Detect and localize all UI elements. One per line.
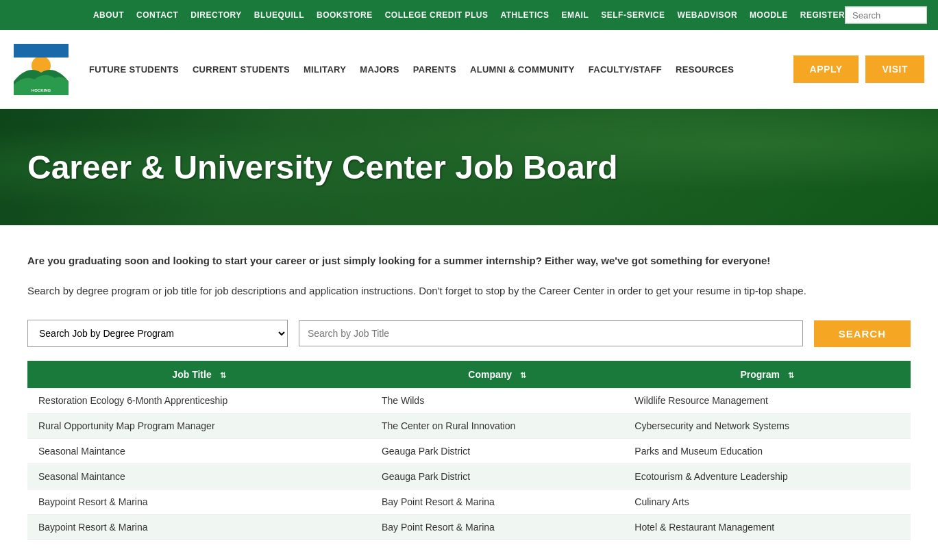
- table-row: Seasonal MaintanceGeauga Park DistrictPa…: [27, 439, 911, 464]
- program-column-header[interactable]: Program ⇅: [624, 361, 911, 388]
- program-cell: Wildlife Resource Management: [624, 388, 911, 413]
- job-title-cell: Rural Opportunity Map Program Manager: [27, 413, 371, 439]
- degree-program-select[interactable]: Search Job by Degree Program: [27, 320, 288, 347]
- program-col-label: Program: [740, 369, 780, 380]
- main-nav-links: FUTURE STUDENTSCURRENT STUDENTSMILITARYM…: [89, 64, 780, 75]
- top-nav-link-college-credit-plus[interactable]: COLLEGE CREDIT PLUS: [385, 10, 489, 20]
- top-nav-link-contact[interactable]: CONTACT: [136, 10, 178, 20]
- top-nav-link-email[interactable]: EMAIL: [561, 10, 589, 20]
- program-sort-icon: ⇅: [788, 371, 794, 380]
- company-cell: The Center on Rural Innovation: [371, 413, 624, 439]
- hocking-college-logo: HOCKING: [14, 44, 69, 95]
- table-row: Baypoint Resort & MarinaBay Point Resort…: [27, 515, 911, 540]
- job-title-cell: Seasonal Maintance: [27, 439, 371, 464]
- jobs-table: Job Title ⇅ Company ⇅ Program ⇅ Restorat…: [27, 361, 911, 540]
- company-cell: The Wilds: [371, 388, 624, 413]
- main-nav-link-majors[interactable]: MAJORS: [360, 64, 399, 75]
- top-search-input[interactable]: [845, 7, 927, 24]
- logo-area: HOCKING: [14, 44, 69, 95]
- table-header: Job Title ⇅ Company ⇅ Program ⇅: [27, 361, 911, 388]
- company-col-label: Company: [468, 369, 512, 380]
- program-cell: Cybersecurity and Network Systems: [624, 413, 911, 439]
- main-content: Are you graduating soon and looking to s…: [0, 225, 938, 554]
- company-column-header[interactable]: Company ⇅: [371, 361, 624, 388]
- svg-text:HOCKING: HOCKING: [32, 88, 51, 92]
- hero-title: Career & University Center Job Board: [27, 149, 618, 186]
- program-cell: Hotel & Restaurant Management: [624, 515, 911, 540]
- program-cell: Culinary Arts: [624, 489, 911, 515]
- search-button[interactable]: SEARCH: [814, 320, 911, 347]
- main-nav-link-alumni-community[interactable]: ALUMNI & COMMUNITY: [470, 64, 575, 75]
- top-nav-link-register[interactable]: REGISTER: [800, 10, 845, 20]
- top-nav-link-bookstore[interactable]: BOOKSTORE: [317, 10, 373, 20]
- company-cell: Geauga Park District: [371, 464, 624, 489]
- table-row: Seasonal MaintanceGeauga Park DistrictEc…: [27, 464, 911, 489]
- job-title-cell: Baypoint Resort & Marina: [27, 515, 371, 540]
- apply-button[interactable]: APPLY: [793, 55, 859, 83]
- main-nav-link-resources[interactable]: RESOURCES: [676, 64, 734, 75]
- main-nav-link-parents[interactable]: PARENTS: [413, 64, 456, 75]
- job-title-cell: Baypoint Resort & Marina: [27, 489, 371, 515]
- program-cell: Parks and Museum Education: [624, 439, 911, 464]
- program-cell: Ecotourism & Adventure Leadership: [624, 464, 911, 489]
- main-nav-link-future-students[interactable]: FUTURE STUDENTS: [89, 64, 179, 75]
- hero-section: Career & University Center Job Board: [0, 109, 938, 225]
- company-sort-icon: ⇅: [520, 371, 526, 380]
- company-cell: Bay Point Resort & Marina: [371, 515, 624, 540]
- svg-rect-1: [14, 44, 69, 58]
- company-cell: Geauga Park District: [371, 439, 624, 464]
- job-title-cell: Restoration Ecology 6-Month Apprenticesh…: [27, 388, 371, 413]
- top-nav-link-about[interactable]: ABOUT: [93, 10, 124, 20]
- intro-bold-text: Are you graduating soon and looking to s…: [27, 253, 911, 269]
- top-nav-links: ABOUTCONTACTDIRECTORYBLUEQUILLBOOKSTOREC…: [93, 10, 845, 20]
- main-nav-link-current-students[interactable]: CURRENT STUDENTS: [193, 64, 290, 75]
- main-nav-link-faculty-staff[interactable]: FACULTY/STAFF: [589, 64, 662, 75]
- table-row: Restoration Ecology 6-Month Apprenticesh…: [27, 388, 911, 413]
- top-nav-link-bluequill[interactable]: BLUEQUILL: [254, 10, 304, 20]
- top-nav-link-athletics[interactable]: ATHLETICS: [500, 10, 549, 20]
- main-nav-link-military[interactable]: MILITARY: [304, 64, 346, 75]
- top-nav-link-webadvisor[interactable]: WEBADVISOR: [677, 10, 737, 20]
- job-title-column-header[interactable]: Job Title ⇅: [27, 361, 371, 388]
- job-title-col-label: Job Title: [172, 369, 211, 380]
- top-nav-link-directory[interactable]: DIRECTORY: [190, 10, 242, 20]
- top-nav-link-self-service[interactable]: SELF-SERVICE: [601, 10, 665, 20]
- main-navigation: HOCKING FUTURE STUDENTSCURRENT STUDENTSM…: [0, 30, 938, 109]
- intro-text: Search by degree program or job title fo…: [27, 283, 911, 299]
- table-row: Rural Opportunity Map Program ManagerThe…: [27, 413, 911, 439]
- nav-cta-buttons: APPLY VISIT: [793, 55, 924, 83]
- search-row: Search Job by Degree Program SEARCH: [27, 320, 911, 347]
- job-title-cell: Seasonal Maintance: [27, 464, 371, 489]
- top-nav-link-moodle[interactable]: MOODLE: [750, 10, 788, 20]
- company-cell: Bay Point Resort & Marina: [371, 489, 624, 515]
- table-body: Restoration Ecology 6-Month Apprenticesh…: [27, 388, 911, 540]
- job-title-search-input[interactable]: [299, 320, 803, 346]
- visit-button[interactable]: VISIT: [865, 55, 924, 83]
- top-navigation: ABOUTCONTACTDIRECTORYBLUEQUILLBOOKSTOREC…: [0, 0, 938, 30]
- table-row: Baypoint Resort & MarinaBay Point Resort…: [27, 489, 911, 515]
- top-search-area: [845, 7, 927, 24]
- job-title-sort-icon: ⇅: [220, 371, 226, 380]
